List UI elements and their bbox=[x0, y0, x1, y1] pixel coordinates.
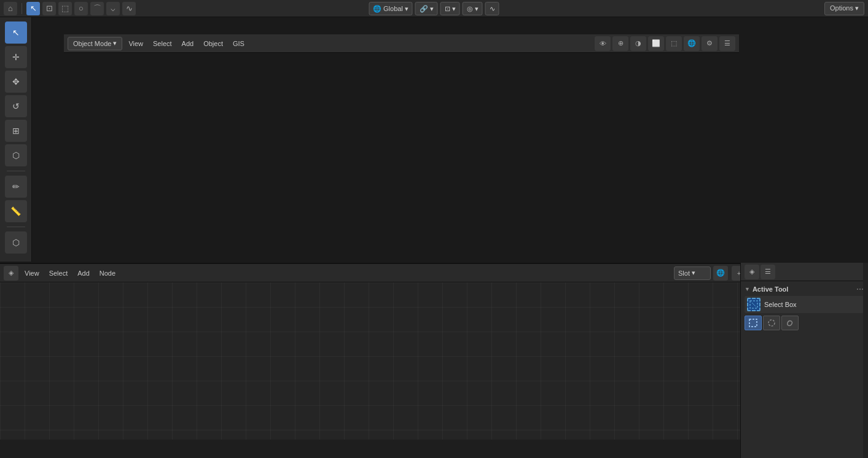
circle-select-icon[interactable]: ○ bbox=[74, 2, 88, 15]
material-preview-icon[interactable]: 🌐 bbox=[713, 266, 728, 281]
object-menu-button[interactable]: Object bbox=[200, 37, 227, 50]
nr-icon-1[interactable]: ◈ bbox=[745, 265, 759, 279]
mode-lasso-button[interactable] bbox=[781, 316, 799, 330]
tools-separator bbox=[7, 171, 25, 171]
options-button[interactable]: Options ▾ bbox=[824, 2, 864, 15]
global-icon: 🌐 bbox=[373, 5, 381, 13]
node-node-menu[interactable]: Node bbox=[96, 266, 119, 280]
node-view-menu[interactable]: View bbox=[21, 266, 43, 280]
viewport-gizmo-button[interactable]: ⊕ bbox=[612, 36, 628, 51]
viewport-header-bar: Object Mode ▾ View Select Add Object GIS… bbox=[64, 34, 739, 53]
node-editor-type-icon[interactable]: ◈ bbox=[4, 266, 18, 281]
svg-line-1 bbox=[752, 303, 756, 306]
viewport-area: ↖ ✛ ✥ ↺ ⊞ ⬡ ✏ 📏 ⬡ Object Mode ▾ View Sel… bbox=[0, 17, 868, 262]
viewport-container: Object Mode ▾ View Select Add Object GIS… bbox=[32, 17, 868, 262]
link-selector[interactable]: 🔗 ▾ bbox=[415, 2, 438, 15]
mode-box-button[interactable] bbox=[745, 316, 762, 330]
snap-selector[interactable]: ⊡ ▾ bbox=[440, 2, 460, 15]
add-object-button[interactable]: ⬡ bbox=[5, 231, 27, 254]
view-menu-button[interactable]: View bbox=[125, 37, 147, 50]
node-select-menu[interactable]: Select bbox=[45, 266, 72, 280]
viewport-mode5-button[interactable]: ☰ bbox=[719, 36, 735, 51]
global-label: Global bbox=[383, 5, 403, 12]
tools-separator-2 bbox=[7, 227, 25, 227]
cursor-tool-button[interactable]: ✛ bbox=[5, 46, 27, 68]
add-menu-button[interactable]: Add bbox=[178, 37, 198, 50]
slot-dropdown: ▾ bbox=[692, 269, 695, 277]
node-scrollbar[interactable] bbox=[863, 263, 868, 458]
object-mode-label: Object Mode bbox=[73, 40, 111, 47]
move-tool-button[interactable]: ✥ bbox=[5, 71, 27, 93]
transform-tool-button[interactable]: ⬡ bbox=[5, 144, 27, 166]
slot-selector[interactable]: Slot ▾ bbox=[674, 266, 711, 280]
proportional-selector[interactable]: ◎ ▾ bbox=[463, 2, 483, 15]
measure-tool-button[interactable]: 📏 bbox=[5, 200, 27, 222]
select-box-tool-icon[interactable]: ↖ bbox=[26, 2, 40, 15]
viewport-mode1-button[interactable]: ⬜ bbox=[648, 36, 664, 51]
rotate-tool-button[interactable]: ↺ bbox=[5, 95, 27, 117]
global-selector[interactable]: 🌐 Global ▾ bbox=[369, 2, 413, 15]
center-controls: 🌐 Global ▾ 🔗 ▾ ⊡ ▾ ◎ ▾ ∿ bbox=[369, 0, 499, 17]
scale-tool-button[interactable]: ⊞ bbox=[5, 120, 27, 142]
object-mode-button[interactable]: Object Mode ▾ bbox=[68, 37, 122, 50]
slot-label: Slot bbox=[678, 270, 690, 277]
viewport-mode2-button[interactable]: ⬚ bbox=[666, 36, 682, 51]
svg-rect-2 bbox=[749, 319, 757, 327]
node-editor-header: ◈ View Select Add Node Slot ▾ 🌐 + New ★ … bbox=[0, 264, 868, 282]
left-tools-panel: ↖ ✛ ✥ ↺ ⊞ ⬡ ✏ 📏 ⬡ bbox=[0, 17, 32, 262]
viewport-overlay-button[interactable]: 👁 bbox=[595, 36, 611, 51]
node-add-menu[interactable]: Add bbox=[74, 266, 93, 280]
select-box-icon bbox=[747, 298, 760, 311]
cursor-tool-icon[interactable]: ⊡ bbox=[42, 2, 56, 15]
active-tool-title-row: ▼ Active Tool bbox=[745, 285, 788, 293]
extra2-icon[interactable]: ∿ bbox=[122, 2, 136, 15]
svg-point-3 bbox=[768, 320, 775, 326]
tool-icon-0[interactable]: ⌂ bbox=[4, 2, 17, 15]
mode-circle-button[interactable] bbox=[763, 316, 780, 330]
nr-icon-2[interactable]: ☰ bbox=[760, 265, 775, 279]
select-box-row[interactable]: Select Box bbox=[745, 296, 864, 313]
separator bbox=[22, 3, 22, 14]
node-right-header: ◈ ☰ bbox=[741, 263, 868, 281]
box-select-icon[interactable]: ⬚ bbox=[58, 2, 72, 15]
viewport-mode3-button[interactable]: 🌐 bbox=[684, 36, 700, 51]
node-canvas[interactable] bbox=[0, 282, 868, 440]
select-box-name: Select Box bbox=[764, 301, 797, 308]
annotate-tool-button[interactable]: ✏ bbox=[5, 176, 27, 198]
global-dropdown-icon: ▾ bbox=[405, 5, 409, 13]
curve-selector[interactable]: ∿ bbox=[485, 2, 499, 15]
lasso-icon[interactable]: ⌒ bbox=[90, 2, 104, 15]
extra1-icon[interactable]: ⌵ bbox=[106, 2, 120, 15]
node-editor: ◈ View Select Add Node Slot ▾ 🌐 + New ★ … bbox=[0, 263, 868, 458]
viewport-mode4-button[interactable]: ⚙ bbox=[702, 36, 717, 51]
viewport-shading-button[interactable]: ◑ bbox=[630, 36, 646, 51]
active-tool-title: Active Tool bbox=[753, 285, 788, 293]
select-menu-button[interactable]: Select bbox=[149, 37, 176, 50]
active-tool-header: ▼ Active Tool ⋯ bbox=[745, 285, 864, 293]
node-canvas-area: ◈ ☰ ▼ Active Tool ⋯ bbox=[0, 282, 868, 458]
top-toolbar: ⌂ ↖ ⊡ ⬚ ○ ⌒ ⌵ ∿ 🌐 Global ▾ 🔗 ▾ ⊡ ▾ ◎ ▾ ∿… bbox=[0, 0, 868, 17]
object-mode-dropdown: ▾ bbox=[113, 39, 117, 47]
node-right-panel: ◈ ☰ ▼ Active Tool ⋯ bbox=[740, 263, 868, 458]
mode-icons-row bbox=[745, 316, 864, 330]
select-tool-button[interactable]: ↖ bbox=[5, 21, 27, 44]
active-tool-panel: ▼ Active Tool ⋯ Select Box bbox=[741, 281, 868, 334]
collapse-icon[interactable]: ▼ bbox=[745, 286, 750, 292]
gis-menu-button[interactable]: GIS bbox=[229, 37, 248, 50]
